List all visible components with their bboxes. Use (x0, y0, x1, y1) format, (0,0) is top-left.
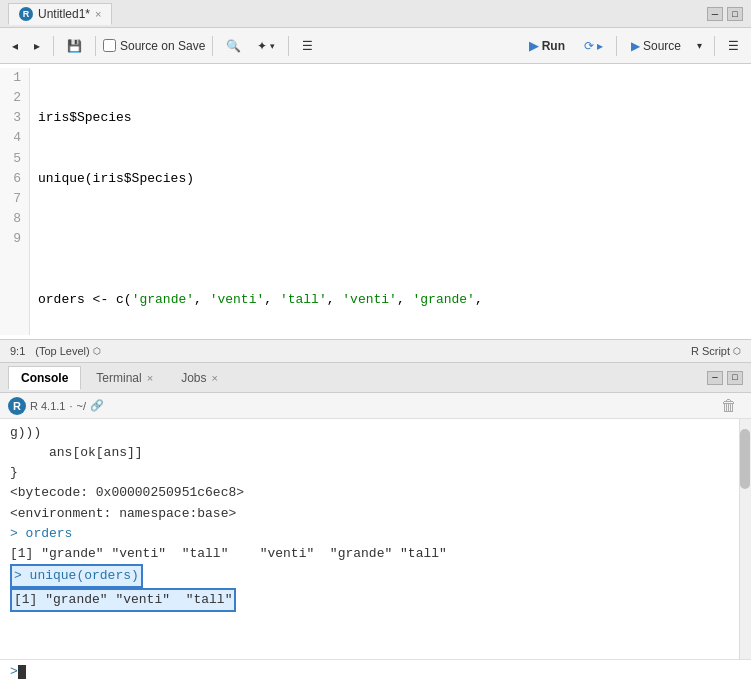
separator-4 (288, 36, 289, 56)
separator-3 (212, 36, 213, 56)
forward-icon: ▸ (34, 39, 40, 53)
code-level[interactable]: (Top Level) ⬡ (35, 345, 100, 357)
script-type[interactable]: R Script ⬡ (691, 345, 741, 357)
highlighted-result: [1] "grande" "venti" "tall" (10, 588, 236, 612)
wand-dropdown: ▾ (270, 41, 275, 51)
rerun-button[interactable]: ⟳ ▸ (578, 36, 609, 56)
editor-toolbar: ◂ ▸ 💾 Source on Save 🔍 ✦ ▾ ☰ ▶ Run ⟳ ▸ ▶… (0, 28, 751, 64)
code-line-4: orders <- c('grande', 'venti', 'tall', '… (38, 290, 743, 310)
console-out-1: g))) (10, 423, 729, 443)
status-bar: 9:1 (Top Level) ⬡ R Script ⬡ (0, 339, 751, 363)
tab-terminal-label: Terminal (96, 371, 141, 385)
level-dropdown-icon: ⬡ (93, 346, 101, 356)
console-out-6: > orders (10, 524, 729, 544)
console-input-prompt: > (10, 664, 18, 679)
line-numbers: 1 2 3 4 5 6 7 8 9 (0, 68, 30, 335)
r-console-icon: R (8, 397, 26, 415)
workdir-text: ~/ (77, 400, 86, 412)
tab-jobs[interactable]: Jobs × (168, 366, 231, 390)
level-text: (Top Level) (35, 345, 89, 357)
script-type-label: R Script (691, 345, 730, 357)
version-separator: · (69, 400, 72, 412)
r-file-icon: R (19, 7, 33, 21)
r-version-info: R R 4.1.1 · ~/ 🔗 (8, 397, 104, 415)
workdir-icon: 🔗 (90, 399, 104, 412)
separator-1 (53, 36, 54, 56)
source-button[interactable]: ▶ Source (624, 36, 688, 56)
console-clear-button[interactable]: 🗑 (715, 394, 743, 418)
tab-jobs-label: Jobs (181, 371, 206, 385)
separator-6 (714, 36, 715, 56)
tab-close-button[interactable]: × (95, 8, 101, 20)
maximize-button[interactable]: □ (727, 7, 743, 21)
back-button[interactable]: ◂ (6, 36, 24, 56)
editor-content[interactable]: 1 2 3 4 5 6 7 8 9 iris$Species unique(ir… (0, 64, 751, 339)
console-output-wrapper: g))) ans[ok[ans]] } <bytecode: 0x0000025… (0, 419, 751, 659)
console-cursor (18, 665, 26, 679)
list-icon: ☰ (728, 39, 739, 53)
console-out-4: <bytecode: 0x00000250951c6ec8> (10, 483, 729, 503)
editor-panel: 1 2 3 4 5 6 7 8 9 iris$Species unique(ir… (0, 64, 751, 339)
console-tab-bar: Console Terminal × Jobs × ─ □ (0, 363, 751, 393)
save-button[interactable]: 💾 (61, 36, 88, 56)
format-icon: ☰ (302, 39, 313, 53)
separator-2 (95, 36, 96, 56)
console-out-8: > unique(orders) (10, 564, 729, 588)
prompt-orders: > orders (10, 526, 72, 541)
code-line-1: iris$Species (38, 108, 743, 128)
wand-button[interactable]: ✦ ▾ (251, 36, 281, 56)
run-arrow-icon: ▶ (529, 39, 538, 53)
console-panel: Console Terminal × Jobs × ─ □ R R 4.1.1 … (0, 363, 751, 683)
back-icon: ◂ (12, 39, 18, 53)
source-dropdown-button[interactable]: ▾ (692, 37, 707, 54)
tab-filename: Untitled1* (38, 7, 90, 21)
format-button[interactable]: ☰ (296, 36, 319, 56)
console-maximize-button[interactable]: □ (727, 371, 743, 385)
terminal-close-icon[interactable]: × (147, 372, 153, 384)
code-editor[interactable]: iris$Species unique(iris$Species) orders… (30, 68, 751, 335)
script-type-icon: ⬡ (733, 346, 741, 356)
editor-tab[interactable]: R Untitled1* × (8, 3, 112, 25)
highlighted-command: > unique(orders) (10, 564, 143, 588)
cursor-position: 9:1 (10, 345, 25, 357)
source-on-save-text: Source on Save (120, 39, 205, 53)
run-button[interactable]: ▶ Run (520, 36, 574, 56)
source-arrow: ▶ (631, 39, 640, 53)
rerun-icon: ⟳ (584, 39, 594, 53)
console-out-3: } (10, 463, 729, 483)
console-out-9: [1] "grande" "venti" "tall" (10, 588, 729, 612)
run-label: Run (542, 39, 565, 53)
search-button[interactable]: 🔍 (220, 36, 247, 56)
prompt-unique: > unique(orders) (14, 568, 139, 583)
save-icon: 💾 (67, 39, 82, 53)
minimize-button[interactable]: ─ (707, 7, 723, 21)
jobs-close-icon[interactable]: × (212, 372, 218, 384)
forward-button[interactable]: ▸ (28, 36, 46, 56)
tab-terminal[interactable]: Terminal × (83, 366, 166, 390)
console-out-7: [1] "grande" "venti" "tall" "venti" "gra… (10, 544, 729, 564)
console-scrollbar[interactable] (739, 419, 751, 659)
r-version-text: R 4.1.1 (30, 400, 65, 412)
title-bar: R Untitled1* × ─ □ (0, 0, 751, 28)
source-on-save-label[interactable]: Source on Save (103, 39, 205, 53)
console-minimize-button[interactable]: ─ (707, 371, 723, 385)
console-input-bar[interactable]: > (0, 659, 751, 683)
source-on-save-checkbox[interactable] (103, 39, 116, 52)
rerun-arrow: ▸ (597, 39, 603, 53)
source-label: Source (643, 39, 681, 53)
console-out-5: <environment: namespace:base> (10, 504, 729, 524)
separator-5 (616, 36, 617, 56)
console-out-2: ans[ok[ans]] (10, 443, 729, 463)
wand-icon: ✦ (257, 39, 267, 53)
console-toolbar: R R 4.1.1 · ~/ 🔗 🗑 (0, 393, 751, 419)
scrollbar-thumb[interactable] (740, 429, 750, 489)
tab-console-label: Console (21, 371, 68, 385)
search-icon: 🔍 (226, 39, 241, 53)
code-line-2: unique(iris$Species) (38, 169, 743, 189)
console-output[interactable]: g))) ans[ok[ans]] } <bytecode: 0x0000025… (0, 419, 739, 659)
window-controls: ─ □ (707, 7, 743, 21)
code-line-3 (38, 229, 743, 249)
list-button[interactable]: ☰ (722, 36, 745, 56)
console-win-controls: ─ □ (707, 371, 743, 385)
tab-console[interactable]: Console (8, 366, 81, 390)
